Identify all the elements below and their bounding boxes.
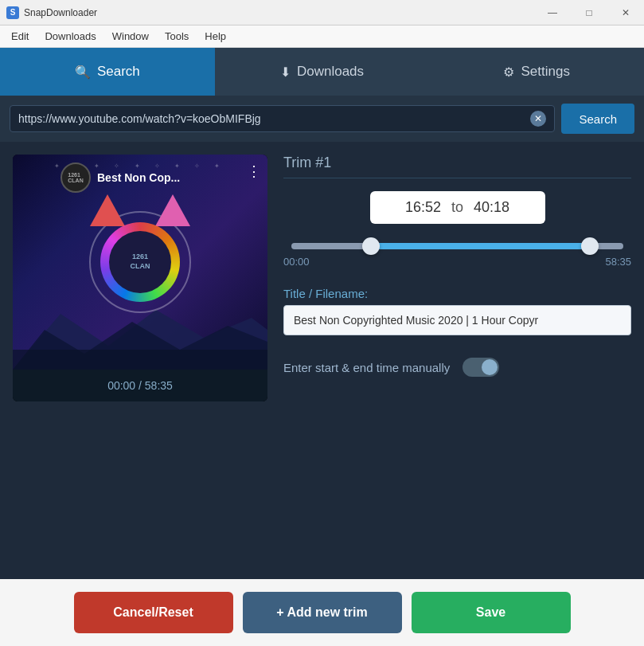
- filename-label: Title / Filename:: [283, 287, 631, 300]
- filename-section: Title / Filename:: [283, 287, 631, 335]
- trim-panel: Trim #1 16:52 to 40:18 00:00 58:35 Title…: [283, 155, 631, 566]
- tab-settings[interactable]: ⚙ Settings: [429, 48, 644, 96]
- time-to-label: to: [451, 199, 463, 215]
- channel-logo: 1261CLAN: [60, 162, 91, 193]
- slider-thumb-left[interactable]: [362, 237, 380, 255]
- tab-search[interactable]: 🔍 Search: [0, 48, 215, 96]
- video-thumbnail: 1261CLAN 1261CLAN Best Non Cop... ⋮: [13, 155, 267, 370]
- save-button[interactable]: Save: [412, 592, 571, 633]
- video-panel: 1261CLAN 1261CLAN Best Non Cop... ⋮ 00:0…: [13, 155, 267, 566]
- video-container: 1261CLAN 1261CLAN Best Non Cop... ⋮ 00:0…: [13, 155, 267, 401]
- slider-thumb-right[interactable]: [581, 237, 599, 255]
- main-content: 1261CLAN 1261CLAN Best Non Cop... ⋮ 00:0…: [0, 142, 644, 579]
- svg-rect-2: [13, 350, 267, 370]
- menu-bar: Edit Downloads Window Tools Help: [0, 25, 644, 48]
- url-input[interactable]: [18, 112, 530, 125]
- menu-tools[interactable]: Tools: [157, 27, 197, 45]
- add-trim-button[interactable]: + Add new trim: [243, 592, 402, 633]
- time-range-display: 16:52 to 40:18: [370, 191, 545, 224]
- video-progress: 00:00 / 58:35: [13, 370, 267, 401]
- search-icon: 🔍: [75, 65, 91, 80]
- slider-labels: 00:00 58:35: [283, 256, 631, 268]
- tab-settings-label: Settings: [521, 64, 569, 80]
- minimize-button[interactable]: —: [534, 0, 571, 25]
- video-title: 1261CLAN Best Non Cop...: [60, 162, 236, 193]
- maximize-button[interactable]: □: [571, 0, 607, 25]
- menu-downloads[interactable]: Downloads: [37, 27, 103, 45]
- close-button[interactable]: ✕: [607, 0, 644, 25]
- mountains: [13, 306, 267, 370]
- more-options-button[interactable]: ⋮: [247, 162, 261, 180]
- url-bar: ✕ Search: [0, 96, 644, 142]
- url-input-wrap: ✕: [10, 105, 555, 132]
- trim-end-time: 40:18: [474, 199, 509, 215]
- menu-edit[interactable]: Edit: [3, 27, 37, 45]
- cancel-button[interactable]: Cancel/Reset: [74, 592, 233, 633]
- tab-bar: 🔍 Search ⬇ Downloads ⚙ Settings: [0, 48, 644, 96]
- slider-fill: [371, 243, 590, 249]
- tab-search-label: Search: [97, 64, 140, 80]
- url-clear-button[interactable]: ✕: [530, 111, 546, 127]
- manual-toggle-row: Enter start & end time manually: [283, 351, 631, 383]
- trim-header: Trim #1: [283, 155, 631, 178]
- trim-start-time: 16:52: [405, 199, 441, 215]
- menu-window[interactable]: Window: [104, 27, 157, 45]
- download-icon: ⬇: [280, 65, 291, 80]
- manual-toggle-label: Enter start & end time manually: [283, 361, 450, 374]
- slider-end-label: 58:35: [605, 256, 631, 268]
- tab-downloads-label: Downloads: [297, 64, 364, 80]
- search-button[interactable]: Search: [561, 104, 634, 134]
- slider-start-label: 00:00: [283, 256, 310, 268]
- trim-slider[interactable]: 00:00 58:35: [283, 237, 631, 274]
- filename-input[interactable]: [283, 305, 631, 335]
- tab-downloads[interactable]: ⬇ Downloads: [215, 48, 430, 96]
- toggle-knob: [482, 359, 498, 375]
- manual-toggle-switch[interactable]: [463, 358, 499, 377]
- slider-track: [291, 243, 623, 249]
- settings-icon: ⚙: [503, 65, 514, 80]
- bottom-bar: Cancel/Reset + Add new trim Save: [0, 579, 644, 646]
- menu-help[interactable]: Help: [197, 27, 234, 45]
- app-icon: S: [6, 6, 19, 19]
